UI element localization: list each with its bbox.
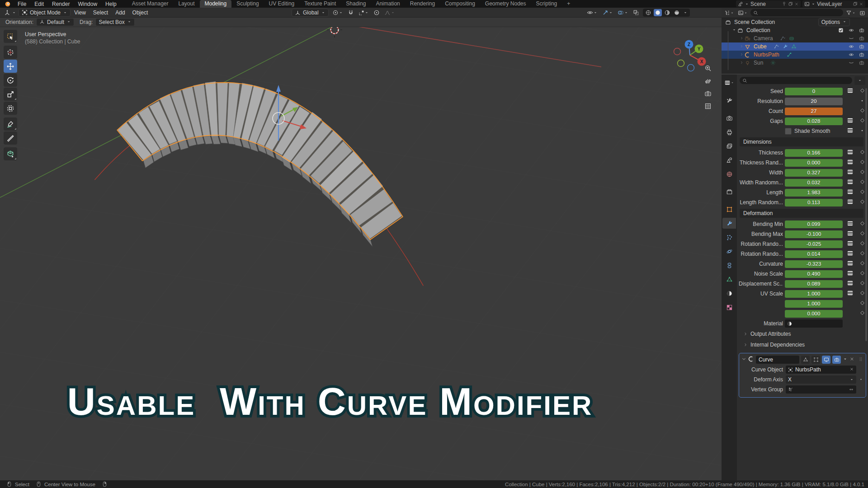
copy-new-icon[interactable] <box>853 1 858 6</box>
keyframe-diamond[interactable] <box>860 271 865 277</box>
realtime-toggle[interactable] <box>822 356 830 364</box>
prop-slider[interactable]: 0.099 <box>785 221 843 228</box>
topbar-menu-render[interactable]: Render <box>48 0 74 8</box>
keyframe-diamond[interactable] <box>860 291 865 297</box>
shading-wireframe[interactable] <box>644 9 652 16</box>
shade-smooth-checkbox[interactable] <box>785 128 792 135</box>
animate-decorator[interactable] <box>847 149 854 157</box>
prop-slider[interactable]: 0.166 <box>785 149 843 157</box>
keyframe-diamond[interactable] <box>860 231 865 237</box>
animate-decorator[interactable] <box>847 188 854 197</box>
panel-internal-dependencies[interactable]: Internal Dependencies <box>737 339 868 350</box>
cage-toggle[interactable] <box>811 356 820 364</box>
outliner-row-nurbspath[interactable]: NurbsPath <box>722 51 868 59</box>
drag-dropdown[interactable]: Select Box <box>95 18 134 26</box>
new-collection-button[interactable] <box>859 9 866 16</box>
properties-editor-dropdown[interactable] <box>722 77 736 88</box>
prop-slider[interactable]: 0 <box>785 88 843 95</box>
prop-slider[interactable]: 0.014 <box>785 250 843 258</box>
prop-slider[interactable]: 1.000 <box>785 290 843 298</box>
viewport-menu-object[interactable]: Object <box>129 9 152 16</box>
tool-transform[interactable] <box>4 102 17 115</box>
orientation-global-dropdown[interactable]: Global <box>292 9 329 17</box>
tool-measure[interactable] <box>4 131 17 145</box>
expander-icon[interactable] <box>732 27 736 33</box>
prop-slider[interactable]: -0.025 <box>785 240 843 248</box>
outliner-row-camera[interactable]: Camera <box>722 34 868 42</box>
section-header-deformation[interactable]: Deformation <box>740 209 863 218</box>
topbar-menu-window[interactable]: Window <box>74 0 101 8</box>
extras-dropdown-icon[interactable] <box>843 357 848 363</box>
scrollbar[interactable] <box>865 88 867 341</box>
prop-slider[interactable]: 0.089 <box>785 280 843 288</box>
snap-toggle[interactable] <box>347 9 355 16</box>
shading-solid[interactable] <box>654 9 662 16</box>
keyframe-diamond[interactable] <box>860 179 865 186</box>
viewport-menu-add[interactable]: Add <box>112 9 128 16</box>
display-mode-dropdown[interactable] <box>737 9 749 16</box>
xray-toggle[interactable] <box>632 9 640 16</box>
prop-slider[interactable]: 0.490 <box>785 270 843 278</box>
prop-slider[interactable]: 1.983 <box>785 189 843 197</box>
prop-slider[interactable]: -0.100 <box>785 230 843 238</box>
camera-render-toggle[interactable] <box>858 27 865 33</box>
animate-decorator[interactable] <box>847 178 854 187</box>
vertex-group-field[interactable] <box>786 385 856 394</box>
camera-render-toggle[interactable] <box>858 60 865 66</box>
tab-particles[interactable] <box>722 232 736 243</box>
close-x-icon[interactable] <box>794 2 799 6</box>
gizmo-minus-x[interactable] <box>674 48 681 55</box>
animate-decorator[interactable] <box>847 159 854 167</box>
editor-type-dropdown[interactable] <box>2 8 19 17</box>
3d-viewport[interactable]: User Perspective (588) Collection | Cube… <box>0 27 722 480</box>
keyframe-diamond[interactable] <box>860 300 865 307</box>
animate-decorator[interactable] <box>847 198 854 206</box>
keyframe-diamond[interactable] <box>860 88 865 94</box>
gizmo-minus-y[interactable] <box>678 60 684 67</box>
tool-add-cube[interactable] <box>4 147 17 160</box>
keyframe-diamond[interactable] <box>860 261 865 267</box>
ortho-toggle-button[interactable] <box>703 101 713 111</box>
workspace-tab-uv-editing[interactable]: UV Editing <box>264 0 300 8</box>
shading-dropdown[interactable] <box>682 10 689 15</box>
prop-slider[interactable]: 0.000 <box>785 310 843 318</box>
snap-dropdown[interactable] <box>358 9 370 16</box>
tab-view-layer[interactable] <box>722 141 736 151</box>
blender-logo[interactable] <box>4 0 12 8</box>
animate-decorator[interactable] <box>847 250 854 258</box>
animate-decorator[interactable] <box>847 87 854 95</box>
properties-options-dropdown[interactable] <box>854 76 865 85</box>
keyframe-diamond[interactable] <box>860 241 865 247</box>
outliner-row-sun[interactable]: Sun <box>722 59 868 67</box>
prop-slider[interactable]: 0.028 <box>785 117 843 125</box>
animate-decorator[interactable] <box>847 240 854 248</box>
section-header-dimensions[interactable]: Dimensions <box>740 137 863 146</box>
material-field[interactable] <box>785 319 843 328</box>
topbar-menu-help[interactable]: Help <box>101 0 121 8</box>
zoom-button[interactable] <box>703 63 713 73</box>
tab-object[interactable] <box>722 204 736 215</box>
copy-new-icon[interactable] <box>788 1 793 6</box>
eye-toggle[interactable] <box>848 27 855 33</box>
expander-icon[interactable] <box>740 35 744 42</box>
camera-render-toggle[interactable] <box>858 43 865 50</box>
workspace-tab-asset-manager[interactable]: Asset Manager <box>127 0 174 8</box>
deform-axis-dropdown[interactable]: X <box>786 375 856 384</box>
keyframe-diamond[interactable] <box>860 251 865 257</box>
panel-output-attributes[interactable]: Output Attributes <box>737 328 868 339</box>
animate-decorator[interactable] <box>847 290 854 298</box>
drag-handle[interactable] <box>858 357 863 363</box>
prop-slider[interactable]: 0.113 <box>785 199 843 206</box>
tool-annotate[interactable] <box>4 117 17 131</box>
prop-slider[interactable]: 20 <box>785 98 843 105</box>
delete-modifier-button[interactable] <box>849 357 854 363</box>
workspace-tab-modeling[interactable]: Modeling <box>200 0 232 8</box>
decorator-dot[interactable] <box>860 128 864 134</box>
tab-constraints[interactable] <box>722 260 736 271</box>
keyframe-diamond[interactable] <box>860 281 865 287</box>
proportional-editing-toggle[interactable] <box>373 9 381 16</box>
prop-slider[interactable]: 0.000 <box>785 159 843 167</box>
tab-texture[interactable] <box>722 302 736 313</box>
workspace-tab-sculpting[interactable]: Sculpting <box>231 0 264 8</box>
workspace-tab-scripting[interactable]: Scripting <box>531 0 562 8</box>
